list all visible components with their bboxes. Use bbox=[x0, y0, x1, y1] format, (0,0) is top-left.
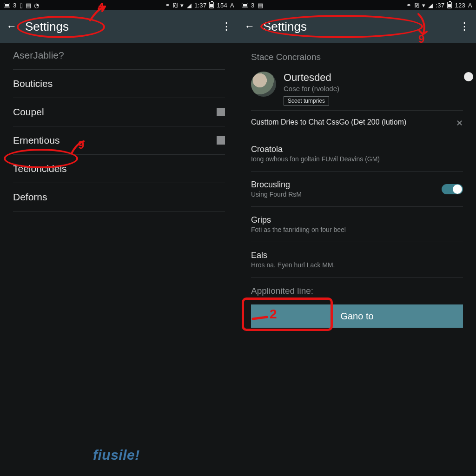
status-batt: 154 bbox=[217, 2, 227, 9]
item-sub: Foti as the fanridiing on four beel bbox=[251, 226, 346, 233]
item-label: Ernentious bbox=[13, 135, 60, 146]
nfc-icon: ₪ bbox=[173, 2, 178, 9]
profile-row[interactable]: Ourtesded Cose for (rvolode) Sceet tumpr… bbox=[251, 65, 463, 111]
item-sub: Hros na. Eyen hurl Lack MM. bbox=[251, 261, 335, 269]
watermark: fiusile! bbox=[93, 447, 140, 463]
profile-chip[interactable]: Sceet tumpries bbox=[284, 96, 329, 106]
app-header: ← Settings ⋮ bbox=[238, 10, 476, 43]
button-label: Gano to bbox=[340, 311, 373, 322]
list-item[interactable]: Custtom Dries to Chat CssGo (Det 200 (lu… bbox=[251, 111, 463, 136]
status-bar: 3 ▤ ⚭ ₪ ▾ ◢ :37 123 A bbox=[238, 0, 476, 10]
nfc-icon: ₪ bbox=[415, 2, 419, 9]
battery-icon bbox=[209, 2, 214, 8]
toggle-switch[interactable] bbox=[442, 184, 463, 194]
profile-name: Ourtesded bbox=[284, 72, 463, 84]
list-item[interactable]: Deforns bbox=[13, 183, 225, 212]
status-ampm: A bbox=[230, 2, 234, 9]
overflow-menu-button[interactable]: ⋮ bbox=[456, 21, 472, 32]
sd-icon: ▤ bbox=[258, 2, 263, 9]
list-item[interactable]: Coupel bbox=[13, 98, 225, 126]
item-title: Croatola bbox=[251, 145, 380, 154]
sim-icon bbox=[242, 3, 248, 7]
sd-icon: ▤ bbox=[26, 2, 31, 9]
checkbox-icon[interactable] bbox=[217, 108, 225, 116]
settings-list: AserJablie? Bouticies Coupel Ernentious … bbox=[0, 43, 238, 212]
status-time: 1:37 bbox=[194, 2, 207, 9]
back-arrow-icon: ← bbox=[245, 20, 255, 33]
section-header: Applionited line: bbox=[251, 278, 463, 300]
app-header: ← Settings ⋮ bbox=[0, 10, 238, 43]
item-label: Coupel bbox=[13, 106, 44, 118]
item-title: Eals bbox=[251, 251, 335, 260]
item-title: Brocusling bbox=[251, 180, 302, 190]
list-item[interactable]: Brocusling Using Fourd RsM bbox=[251, 172, 463, 207]
list-item[interactable]: Croatola Iong owhous fon goltain FUwil D… bbox=[251, 136, 463, 172]
list-item[interactable]: Eals Hros na. Eyen hurl Lack MM. bbox=[251, 242, 463, 278]
close-icon[interactable]: ✕ bbox=[456, 118, 463, 128]
gano-to-button[interactable]: Gano to bbox=[251, 304, 463, 328]
item-sub: CssGo (Det 200 (lutiom) bbox=[326, 118, 407, 126]
section-header: Stace Concraions bbox=[251, 43, 463, 65]
status-ampm: A bbox=[468, 2, 472, 9]
item-label: Bouticies bbox=[13, 78, 53, 89]
status-left-text: 3 bbox=[13, 2, 17, 9]
item-sub: Using Fourd RsM bbox=[251, 191, 302, 198]
wifi-icon: ▾ bbox=[422, 2, 425, 9]
status-left-text: 3 bbox=[251, 2, 255, 9]
item-label: AserJablie? bbox=[13, 50, 64, 61]
battery-icon bbox=[447, 2, 452, 8]
settings-list: Stace Concraions Ourtesded Cose for (rvo… bbox=[238, 43, 476, 328]
status-bar: 3 ▯ ▤ ◔ ⚭ ₪ ▾ ◢ 1:37 154 A bbox=[0, 0, 238, 10]
item-title: Grips bbox=[251, 215, 346, 225]
back-button[interactable]: ← bbox=[4, 19, 20, 34]
page-title: Settings bbox=[25, 20, 218, 34]
item-title: Custtom Dries to Chat bbox=[251, 118, 324, 126]
device-icon: ▯ bbox=[20, 2, 23, 9]
signal-icon: ◢ bbox=[187, 2, 192, 9]
list-item[interactable]: Ernentious bbox=[13, 126, 225, 155]
right-screenshot: 3 ▤ ⚭ ₪ ▾ ◢ :37 123 A ← Settings ⋮ Stace… bbox=[238, 0, 476, 476]
list-item[interactable]: Grips Foti as the fanridiing on four bee… bbox=[251, 207, 463, 242]
profile-sub: Cose for (rvolode) bbox=[284, 85, 463, 93]
avatar bbox=[251, 72, 276, 97]
page-title: Settings bbox=[263, 20, 456, 34]
overflow-menu-button[interactable]: ⋮ bbox=[218, 21, 234, 32]
wifi-icon: ▾ bbox=[180, 2, 184, 9]
bluetooth-icon: ⚭ bbox=[406, 2, 411, 9]
list-item[interactable]: AserJablie? bbox=[13, 43, 225, 70]
list-item[interactable]: Teeloncidels bbox=[13, 155, 225, 183]
status-time: :37 bbox=[436, 2, 444, 9]
status-batt: 123 bbox=[455, 2, 465, 9]
item-sub: Iong owhous fon goltain FUwil Deavins (G… bbox=[251, 155, 380, 163]
back-arrow-icon: ← bbox=[7, 20, 17, 33]
sim-icon bbox=[4, 3, 10, 7]
left-screenshot: 3 ▯ ▤ ◔ ⚭ ₪ ▾ ◢ 1:37 154 A ← Settings ⋮ bbox=[0, 0, 238, 476]
signal-icon: ◢ bbox=[428, 2, 433, 9]
list-item[interactable]: Bouticies bbox=[13, 70, 225, 98]
checkbox-icon[interactable] bbox=[217, 136, 225, 145]
back-button[interactable]: ← bbox=[242, 19, 258, 34]
bluetooth-icon: ⚭ bbox=[165, 2, 170, 9]
item-label: Teeloncidels bbox=[13, 163, 67, 174]
item-label: Deforns bbox=[13, 192, 47, 203]
clock-icon: ◔ bbox=[34, 2, 39, 9]
